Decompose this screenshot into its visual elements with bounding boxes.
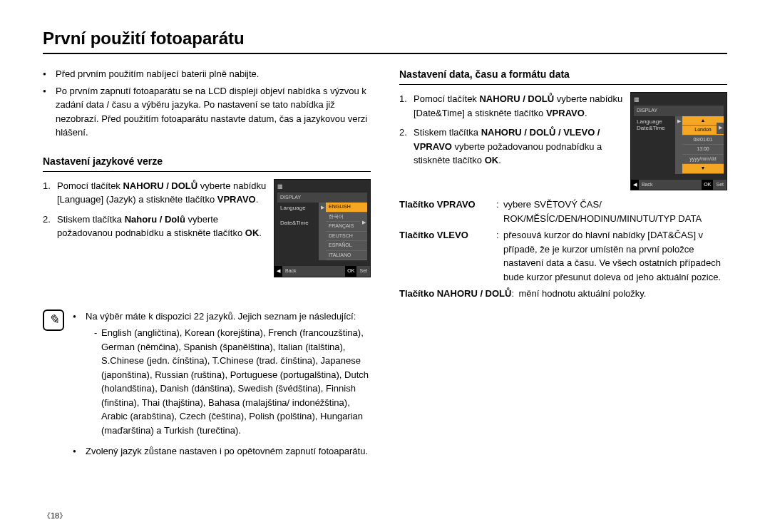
step-1: 1. Pomocí tlačítek NAHORU / DOLŮ vyberte…	[399, 92, 623, 120]
chevron-right-icon: ▶	[717, 123, 724, 134]
lcd-menu-datetime: Date&Time	[634, 123, 717, 134]
note-bullet: Zvolený jazyk zůstane nastaven i po opět…	[73, 444, 371, 459]
lcd-header: DISPLAY	[277, 193, 367, 203]
right-column: Nastavení data, času a formátu data 1. P…	[399, 67, 727, 466]
lcd-header: DISPLAY	[634, 106, 724, 116]
display-icon: ▦	[634, 96, 640, 103]
button-left-label: Tlačítko VLEVO	[399, 228, 496, 284]
button-descriptions: Tlačítko VPRAVO : vybere SVĚTOVÝ ČAS/ RO…	[399, 198, 727, 301]
intro-list: Před prvním použitím nabíjecí baterii pl…	[43, 67, 371, 140]
section-heading-datetime: Nastavení data, času a formátu data	[399, 67, 727, 85]
back-label: Back	[639, 180, 656, 190]
back-key-icon: ◀	[274, 266, 282, 277]
lcd-footer: ◀ Back OK Set	[631, 180, 727, 190]
ok-key: OK	[702, 180, 713, 190]
languages-list: English (angličtina), Korean (korejština…	[94, 326, 371, 437]
lcd-option: ESPAÑOL	[326, 241, 367, 251]
lcd-option: 13:00	[682, 145, 724, 155]
back-label: Back	[282, 266, 299, 277]
chevron-right-icon: ▶	[319, 203, 326, 260]
language-steps: 1. Pomocí tlačítek NAHORU / DOLŮ vyberte…	[43, 179, 267, 246]
page-number: 《18》	[43, 511, 67, 521]
datetime-steps: 1. Pomocí tlačítek NAHORU / DOLŮ vyberte…	[399, 92, 623, 173]
lcd-option: ENGLISH	[326, 203, 367, 213]
lcd-option: yyyy/mm/dd	[682, 155, 724, 165]
left-column: Před prvním použitím nabíjecí baterii pl…	[43, 67, 371, 466]
note-icon: ✎	[43, 310, 64, 331]
page-title: První použití fotoaparátu	[43, 29, 727, 54]
lcd-options: ENGLISH 한국어 FRANÇAIS DEUTSCH ESPAÑOL ITA…	[326, 203, 367, 260]
button-right-label: Tlačítko VPRAVO	[399, 198, 496, 225]
set-label: Set	[713, 180, 727, 190]
intro-bullet: Před prvním použitím nabíjecí baterii pl…	[43, 67, 371, 81]
chevron-right-icon: ▶	[360, 218, 367, 229]
lcd-option: 08/01/01	[682, 135, 724, 145]
button-left-desc: přesouvá kurzor do hlavní nabídky [DAT&Č…	[503, 228, 727, 284]
intro-bullet: Po prvním zapnutí fotoaparátu se na LCD …	[43, 84, 371, 140]
step-1: 1. Pomocí tlačítek NAHORU / DOLŮ vyberte…	[43, 179, 267, 207]
note-bullet: Na výběr máte k dispozici 22 jazyků. Jej…	[73, 310, 371, 438]
button-right-desc: vybere SVĚTOVÝ ČAS/ ROK/MĚSÍC/DEN/HODINU…	[503, 198, 727, 225]
lcd-menu-language: Language	[277, 203, 319, 260]
ok-key: OK	[345, 266, 356, 277]
back-key-icon: ◀	[631, 180, 639, 190]
lcd-menu-datetime: Date&Time	[277, 218, 360, 229]
section-heading-language: Nastavení jazykové verze	[43, 154, 371, 172]
step-2: 2. Stiskem tlačítka NAHORU / DOLŮ / VLEV…	[399, 126, 623, 168]
lcd-option: DEUTSCH	[326, 232, 367, 242]
button-updown-desc: mění hodnotu aktuální položky.	[518, 287, 727, 301]
lcd-screenshot-datetime: ▦ DISPLAY Language ▶ ▲ London 08/01/01 1…	[630, 92, 727, 190]
lcd-footer: ◀ Back OK Set	[274, 266, 370, 277]
step-2: 2. Stiskem tlačítka Nahoru / Dolů vybert…	[43, 213, 267, 240]
set-label: Set	[356, 266, 370, 277]
lcd-screenshot-language: ▦ DISPLAY Language ▶ ENGLISH 한국어 FRANÇAI…	[274, 179, 371, 277]
chevron-down-icon: ▼	[682, 164, 724, 174]
button-updown-label: Tlačítko NAHORU / DOLŮ	[399, 287, 511, 301]
note-box: ✎ Na výběr máte k dispozici 22 jazyků. J…	[43, 310, 371, 466]
display-icon: ▦	[277, 183, 283, 190]
lcd-option: ITALIANO	[326, 251, 367, 261]
